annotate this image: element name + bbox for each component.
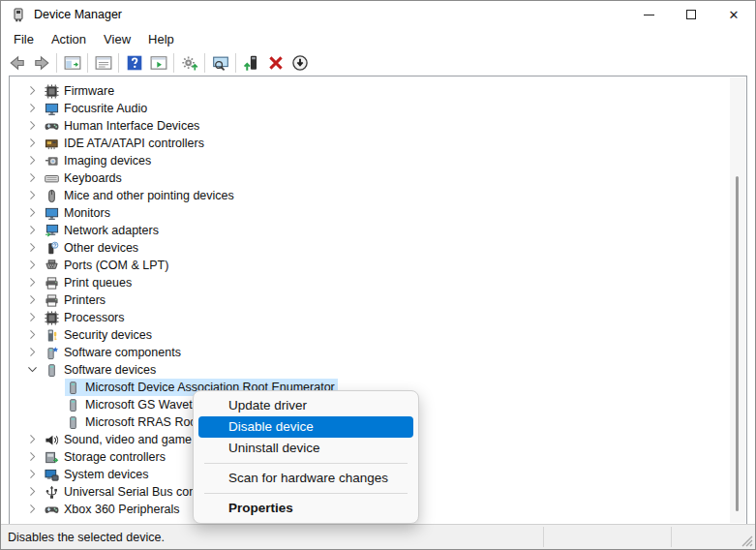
context-menu-item-uninstall-device[interactable]: Uninstall device bbox=[198, 438, 413, 459]
resize-grip[interactable] bbox=[741, 535, 754, 548]
uninstall-device-button[interactable] bbox=[263, 51, 287, 75]
chevron-right[interactable] bbox=[26, 293, 44, 307]
menu-action[interactable]: Action bbox=[43, 29, 95, 49]
context-menu-item-update-driver[interactable]: Update driver bbox=[198, 395, 413, 416]
usb-icon bbox=[45, 485, 59, 500]
tree-item-content[interactable]: Storage controllers bbox=[44, 448, 168, 466]
tree-item-focusrite-audio[interactable]: Focusrite Audio bbox=[10, 100, 746, 117]
tree-item-content[interactable]: Printers bbox=[44, 291, 108, 309]
tree-item-mice-and-other-pointing-devices[interactable]: Mice and other pointing devices bbox=[10, 187, 746, 204]
scan-hardware-button[interactable] bbox=[177, 51, 201, 75]
tree-item-content[interactable]: Monitors bbox=[44, 204, 113, 222]
chevron-right[interactable] bbox=[26, 485, 44, 499]
status-divider bbox=[543, 527, 544, 547]
chevron-down[interactable] bbox=[26, 363, 44, 377]
tree-item-firmware[interactable]: Firmware bbox=[10, 82, 746, 100]
back-icon bbox=[9, 54, 26, 72]
chevron-right[interactable] bbox=[26, 189, 44, 202]
tree-item-keyboards[interactable]: Keyboards bbox=[10, 169, 746, 187]
back-button[interactable] bbox=[5, 51, 29, 75]
context-menu-item-properties[interactable]: Properties bbox=[198, 498, 413, 519]
tree-item-content[interactable]: Network adapters bbox=[44, 222, 162, 239]
chevron-right[interactable] bbox=[26, 276, 44, 290]
tree-item-ports-com-lpt[interactable]: Ports (COM & LPT) bbox=[10, 257, 746, 274]
tree-item-network-adapters[interactable]: Network adapters bbox=[10, 222, 746, 239]
monitor-icon bbox=[45, 102, 59, 116]
console-tree-button[interactable] bbox=[60, 51, 84, 75]
tree-item-content[interactable]: Software components bbox=[44, 344, 184, 361]
chevron-right[interactable] bbox=[26, 503, 44, 516]
update-driver-button[interactable] bbox=[239, 51, 263, 75]
tree-item-content[interactable]: Xbox 360 Peripherals bbox=[44, 501, 183, 518]
tree-item-content[interactable]: Imaging devices bbox=[44, 152, 154, 169]
tree-item-content[interactable]: IDE ATA/ATAPI controllers bbox=[44, 135, 207, 152]
properties-button[interactable] bbox=[91, 51, 115, 75]
tree-item-content[interactable]: Security devices bbox=[44, 326, 155, 344]
chevron-right[interactable] bbox=[26, 137, 44, 150]
tree-item-monitors[interactable]: Monitors bbox=[10, 204, 746, 222]
tree-item-content[interactable]: Print queues bbox=[44, 274, 135, 291]
chevron-right[interactable] bbox=[26, 84, 44, 98]
monitor-icon bbox=[45, 206, 59, 221]
tree-item-content[interactable]: Ports (COM & LPT) bbox=[44, 257, 171, 274]
tree-item-label: Network adapters bbox=[64, 224, 159, 237]
chevron-right[interactable] bbox=[26, 450, 44, 464]
disable-device-button[interactable] bbox=[287, 51, 312, 75]
tree-item-human-interface-devices[interactable]: Human Interface Devices bbox=[10, 117, 746, 135]
chevron-right[interactable] bbox=[26, 206, 44, 220]
chevron-right-icon bbox=[26, 468, 39, 480]
chevron-right[interactable] bbox=[26, 154, 44, 168]
forward-button[interactable] bbox=[29, 51, 53, 75]
tree-item-imaging-devices[interactable]: Imaging devices bbox=[10, 152, 746, 169]
tree-item-content[interactable]: Software devices bbox=[44, 361, 159, 379]
close-icon: ✕ bbox=[729, 8, 740, 22]
tree-item-print-queues[interactable]: Print queues bbox=[10, 274, 746, 291]
computer-search-button[interactable] bbox=[208, 51, 232, 75]
tree-item-content[interactable]: Human Interface Devices bbox=[44, 117, 202, 135]
chevron-right[interactable] bbox=[26, 241, 44, 255]
chevron-right[interactable] bbox=[26, 346, 44, 359]
chevron-right[interactable] bbox=[26, 224, 44, 237]
chevron-right[interactable] bbox=[26, 311, 44, 324]
tree-item-content[interactable]: Processors bbox=[44, 309, 128, 326]
menu-separator bbox=[204, 493, 408, 494]
printer-icon bbox=[45, 293, 59, 308]
chevron-right[interactable] bbox=[26, 171, 44, 185]
tree-item-content[interactable]: Other devices bbox=[44, 239, 141, 257]
chevron-right[interactable] bbox=[26, 468, 44, 481]
chevron-right[interactable] bbox=[26, 328, 44, 342]
tree-item-other-devices[interactable]: Other devices bbox=[10, 239, 746, 257]
tree-item-processors[interactable]: Processors bbox=[10, 309, 746, 326]
menu-file[interactable]: File bbox=[5, 29, 43, 49]
action-pane-button[interactable] bbox=[146, 51, 170, 75]
chevron-right[interactable] bbox=[26, 119, 44, 133]
security-key-icon bbox=[45, 328, 59, 343]
maximize-button[interactable] bbox=[670, 1, 712, 28]
chevron-right[interactable] bbox=[26, 102, 44, 115]
menu-help[interactable]: Help bbox=[139, 29, 183, 49]
context-menu-item-scan-for-hardware-changes[interactable]: Scan for hardware changes bbox=[198, 468, 413, 489]
minimize-button[interactable] bbox=[627, 1, 670, 28]
menu-view[interactable]: View bbox=[95, 29, 139, 49]
tree-item-content[interactable]: Mice and other pointing devices bbox=[44, 187, 237, 204]
scrollbar-thumb[interactable] bbox=[736, 176, 739, 511]
chevron-right[interactable] bbox=[26, 433, 44, 446]
vertical-scrollbar[interactable] bbox=[730, 77, 745, 523]
tree-item-software-components[interactable]: Software components bbox=[10, 344, 746, 361]
tree-item-printers[interactable]: Printers bbox=[10, 291, 746, 309]
chevron-right[interactable] bbox=[26, 259, 44, 272]
tree-item-software-devices[interactable]: Software devices bbox=[10, 361, 746, 379]
gamepad-icon bbox=[45, 119, 59, 134]
help-button[interactable] bbox=[122, 51, 146, 75]
tree-item-content[interactable]: System devices bbox=[44, 466, 152, 483]
close-button[interactable]: ✕ bbox=[712, 1, 755, 28]
status-divider bbox=[671, 527, 672, 547]
tree-item-content[interactable]: Keyboards bbox=[44, 169, 125, 187]
ide-card-icon bbox=[45, 137, 59, 151]
tree-item-security-devices[interactable]: Security devices bbox=[10, 326, 746, 344]
tree-item-ide-ata-atapi-controllers[interactable]: IDE ATA/ATAPI controllers bbox=[10, 135, 746, 152]
tree-item-label: Security devices bbox=[64, 328, 152, 342]
tree-item-content[interactable]: Firmware bbox=[44, 82, 117, 100]
tree-item-content[interactable]: Focusrite Audio bbox=[44, 100, 150, 117]
context-menu-item-disable-device[interactable]: Disable device bbox=[198, 416, 413, 438]
